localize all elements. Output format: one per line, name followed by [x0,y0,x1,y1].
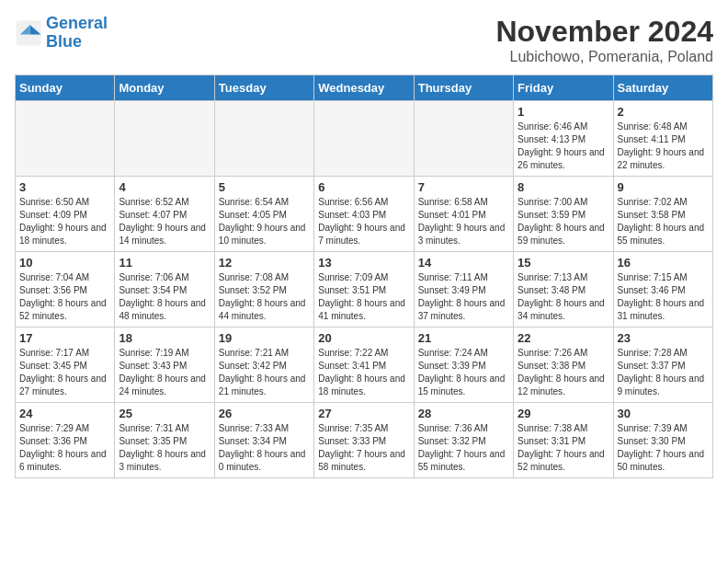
day-cell: 12Sunrise: 7:08 AM Sunset: 3:52 PM Dayli… [214,252,313,327]
day-cell: 24Sunrise: 7:29 AM Sunset: 3:36 PM Dayli… [16,403,115,478]
day-info: Sunrise: 7:11 AM Sunset: 3:49 PM Dayligh… [418,271,509,323]
week-row-3: 17Sunrise: 7:17 AM Sunset: 3:45 PM Dayli… [16,327,713,403]
day-cell: 6Sunrise: 6:56 AM Sunset: 4:03 PM Daylig… [314,177,414,252]
day-cell: 20Sunrise: 7:22 AM Sunset: 3:41 PM Dayli… [314,327,414,403]
day-cell: 28Sunrise: 7:36 AM Sunset: 3:32 PM Dayli… [414,403,513,478]
day-number: 9 [618,180,709,194]
col-header-tuesday: Tuesday [214,75,313,101]
day-number: 21 [418,331,509,345]
day-number: 26 [219,407,310,420]
day-cell: 16Sunrise: 7:15 AM Sunset: 3:46 PM Dayli… [613,252,712,327]
day-info: Sunrise: 6:54 AM Sunset: 4:05 PM Dayligh… [219,196,310,247]
day-cell: 11Sunrise: 7:06 AM Sunset: 3:54 PM Dayli… [115,252,214,327]
day-cell: 25Sunrise: 7:31 AM Sunset: 3:35 PM Dayli… [115,403,214,478]
logo-line2: Blue [46,32,82,51]
day-number: 14 [418,256,509,270]
day-number: 11 [119,256,210,270]
day-info: Sunrise: 7:26 AM Sunset: 3:38 PM Dayligh… [518,347,609,398]
day-info: Sunrise: 7:09 AM Sunset: 3:51 PM Dayligh… [318,271,409,323]
week-row-1: 3Sunrise: 6:50 AM Sunset: 4:09 PM Daylig… [16,177,713,252]
day-number: 15 [518,256,609,270]
day-info: Sunrise: 7:28 AM Sunset: 3:37 PM Dayligh… [618,347,709,398]
day-cell: 9Sunrise: 7:02 AM Sunset: 3:58 PM Daylig… [613,177,712,252]
day-cell: 13Sunrise: 7:09 AM Sunset: 3:51 PM Dayli… [314,252,414,327]
day-info: Sunrise: 7:02 AM Sunset: 3:58 PM Dayligh… [618,196,709,247]
day-info: Sunrise: 6:48 AM Sunset: 4:11 PM Dayligh… [618,121,709,172]
day-cell: 29Sunrise: 7:38 AM Sunset: 3:31 PM Dayli… [514,403,613,478]
day-info: Sunrise: 7:17 AM Sunset: 3:45 PM Dayligh… [19,347,110,398]
day-number: 6 [318,180,409,194]
day-info: Sunrise: 6:50 AM Sunset: 4:09 PM Dayligh… [19,196,110,247]
day-number: 13 [318,256,409,270]
day-cell [214,101,313,177]
week-row-4: 24Sunrise: 7:29 AM Sunset: 3:36 PM Dayli… [16,403,713,478]
day-number: 12 [219,256,310,270]
day-cell: 3Sunrise: 6:50 AM Sunset: 4:09 PM Daylig… [16,177,115,252]
day-cell: 30Sunrise: 7:39 AM Sunset: 3:30 PM Dayli… [613,403,712,478]
day-info: Sunrise: 6:58 AM Sunset: 4:01 PM Dayligh… [418,196,509,247]
day-info: Sunrise: 7:15 AM Sunset: 3:46 PM Dayligh… [618,271,709,323]
col-header-monday: Monday [115,75,214,101]
day-number: 19 [219,331,310,345]
day-cell: 4Sunrise: 6:52 AM Sunset: 4:07 PM Daylig… [115,177,214,252]
day-cell: 23Sunrise: 7:28 AM Sunset: 3:37 PM Dayli… [613,327,712,403]
day-cell: 2Sunrise: 6:48 AM Sunset: 4:11 PM Daylig… [613,101,712,177]
day-info: Sunrise: 6:46 AM Sunset: 4:13 PM Dayligh… [518,121,609,172]
week-row-2: 10Sunrise: 7:04 AM Sunset: 3:56 PM Dayli… [16,252,713,327]
day-number: 27 [318,407,409,420]
day-cell: 8Sunrise: 7:00 AM Sunset: 3:59 PM Daylig… [514,177,613,252]
day-number: 2 [618,105,709,119]
month-title: November 2024 [495,15,713,49]
col-header-wednesday: Wednesday [314,75,414,101]
day-number: 16 [618,256,709,270]
day-info: Sunrise: 7:33 AM Sunset: 3:34 PM Dayligh… [219,422,310,474]
day-info: Sunrise: 7:21 AM Sunset: 3:42 PM Dayligh… [219,347,310,398]
day-cell: 1Sunrise: 6:46 AM Sunset: 4:13 PM Daylig… [514,101,613,177]
day-cell: 19Sunrise: 7:21 AM Sunset: 3:42 PM Dayli… [214,327,313,403]
day-cell: 5Sunrise: 6:54 AM Sunset: 4:05 PM Daylig… [214,177,313,252]
col-header-thursday: Thursday [414,75,513,101]
day-number: 7 [418,180,509,194]
day-cell: 14Sunrise: 7:11 AM Sunset: 3:49 PM Dayli… [414,252,513,327]
title-area: November 2024 Lubichowo, Pomerania, Pola… [495,15,713,65]
day-number: 22 [518,331,609,345]
day-info: Sunrise: 7:04 AM Sunset: 3:56 PM Dayligh… [19,271,110,323]
day-number: 18 [119,331,210,345]
header-row: SundayMondayTuesdayWednesdayThursdayFrid… [16,75,713,101]
day-number: 10 [19,256,110,270]
day-number: 1 [518,105,609,119]
day-info: Sunrise: 7:00 AM Sunset: 3:59 PM Dayligh… [518,196,609,247]
day-cell [115,101,214,177]
day-info: Sunrise: 7:36 AM Sunset: 3:32 PM Dayligh… [418,422,509,474]
day-info: Sunrise: 7:08 AM Sunset: 3:52 PM Dayligh… [219,271,310,323]
day-info: Sunrise: 7:06 AM Sunset: 3:54 PM Dayligh… [119,271,210,323]
col-header-sunday: Sunday [16,75,115,101]
day-cell: 18Sunrise: 7:19 AM Sunset: 3:43 PM Dayli… [115,327,214,403]
day-number: 28 [418,407,509,420]
day-cell [16,101,115,177]
day-info: Sunrise: 6:52 AM Sunset: 4:07 PM Dayligh… [119,196,210,247]
day-cell: 27Sunrise: 7:35 AM Sunset: 3:33 PM Dayli… [314,403,414,478]
day-info: Sunrise: 7:19 AM Sunset: 3:43 PM Dayligh… [119,347,210,398]
header: General Blue November 2024 Lubichowo, Po… [15,15,713,65]
day-cell: 15Sunrise: 7:13 AM Sunset: 3:48 PM Dayli… [514,252,613,327]
day-info: Sunrise: 7:38 AM Sunset: 3:31 PM Dayligh… [518,422,609,474]
day-cell: 10Sunrise: 7:04 AM Sunset: 3:56 PM Dayli… [16,252,115,327]
logo: General Blue [15,15,108,52]
location-title: Lubichowo, Pomerania, Poland [495,49,713,65]
col-header-saturday: Saturday [613,75,712,101]
day-info: Sunrise: 7:39 AM Sunset: 3:30 PM Dayligh… [618,422,709,474]
week-row-0: 1Sunrise: 6:46 AM Sunset: 4:13 PM Daylig… [16,101,713,177]
day-number: 23 [618,331,709,345]
day-number: 29 [518,407,609,420]
calendar-table: SundayMondayTuesdayWednesdayThursdayFrid… [15,75,713,478]
day-cell: 17Sunrise: 7:17 AM Sunset: 3:45 PM Dayli… [16,327,115,403]
day-info: Sunrise: 7:22 AM Sunset: 3:41 PM Dayligh… [318,347,409,398]
day-number: 3 [19,180,110,194]
day-number: 20 [318,331,409,345]
day-cell: 26Sunrise: 7:33 AM Sunset: 3:34 PM Dayli… [214,403,313,478]
day-info: Sunrise: 7:31 AM Sunset: 3:35 PM Dayligh… [119,422,210,474]
day-number: 24 [19,407,110,420]
day-cell [314,101,414,177]
day-number: 5 [219,180,310,194]
